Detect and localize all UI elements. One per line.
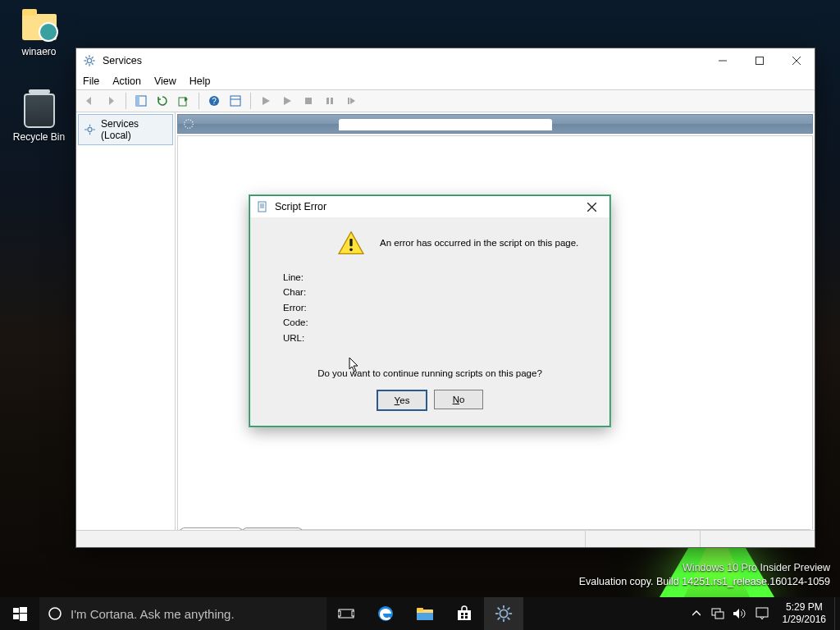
play-icon (261, 96, 271, 106)
dialog-message: An error has occurred in the script on t… (380, 238, 578, 248)
titlebar[interactable]: Services (76, 48, 815, 73)
yes-button[interactable]: Yes (377, 390, 427, 411)
back-button[interactable] (80, 91, 99, 111)
svg-rect-43 (339, 609, 354, 618)
taskbar-file-explorer[interactable] (405, 597, 445, 630)
help-icon: ? (208, 95, 220, 107)
folder-icon (21, 5, 58, 43)
svg-rect-41 (20, 614, 27, 621)
field-url: URL: (283, 331, 588, 345)
svg-rect-20 (305, 98, 312, 104)
tree-item-services-local[interactable]: Services (Local) (78, 114, 173, 145)
menu-action[interactable]: Action (112, 75, 141, 87)
start-service-alt-button[interactable] (277, 91, 297, 111)
svg-rect-22 (331, 98, 333, 104)
stop-service-button[interactable] (299, 91, 318, 111)
taskbar-clock[interactable]: 5:29 PM 1/29/2016 (774, 601, 834, 626)
dialog-close-button[interactable] (580, 198, 603, 216)
menu-view[interactable]: View (154, 75, 176, 87)
tree-item-label: Services (Local) (101, 118, 167, 141)
forward-button[interactable] (101, 91, 121, 111)
btn-label-rest: es (399, 395, 409, 405)
taskbar-store[interactable] (445, 597, 484, 630)
svg-rect-44 (338, 611, 340, 616)
window-title: Services (103, 55, 142, 66)
svg-line-63 (508, 608, 510, 610)
dialog-titlebar[interactable]: Script Error (250, 196, 609, 217)
svg-rect-65 (715, 612, 724, 619)
btn-label-rest: o (459, 395, 464, 404)
maximize-button[interactable] (741, 48, 778, 73)
svg-text:?: ? (212, 97, 217, 106)
clock-date: 1/29/2016 (783, 614, 826, 626)
tray-action-center[interactable] (750, 597, 774, 630)
restart-service-button[interactable] (341, 91, 361, 111)
edge-icon (377, 605, 395, 623)
export-icon (178, 95, 189, 107)
svg-rect-10 (756, 57, 763, 65)
svg-line-60 (498, 608, 500, 610)
menu-file[interactable]: File (83, 75, 99, 87)
svg-line-5 (85, 57, 87, 58)
export-list-button[interactable] (174, 91, 194, 111)
menu-help[interactable]: Help (189, 75, 211, 87)
svg-rect-40 (13, 614, 19, 619)
search-placeholder: I'm Cortana. Ask me anything. (71, 607, 235, 621)
desktop-icon-label: winaero (8, 46, 70, 57)
svg-line-61 (508, 618, 510, 620)
svg-point-42 (49, 608, 61, 619)
svg-point-37 (349, 249, 353, 252)
desktop-icon-recycle-bin[interactable]: Recycle Bin (8, 90, 70, 143)
taskbar: I'm Cortana. Ask me anything. 5:29 PM 1/… (0, 597, 840, 630)
clock-time: 5:29 PM (783, 601, 826, 614)
tray-overflow-button[interactable] (686, 597, 707, 630)
svg-line-7 (85, 63, 87, 65)
show-desktop-button[interactable] (834, 597, 840, 630)
taskbar-edge[interactable] (366, 597, 405, 630)
close-icon (792, 57, 801, 65)
show-hide-tree-button[interactable] (131, 91, 151, 111)
svg-rect-50 (458, 610, 471, 620)
no-button[interactable]: No (434, 390, 483, 409)
svg-line-8 (92, 57, 94, 58)
svg-line-62 (498, 618, 500, 620)
svg-rect-52 (465, 613, 468, 615)
refresh-button[interactable] (153, 91, 172, 111)
help-button[interactable]: ? (204, 91, 224, 111)
close-icon (587, 203, 596, 212)
properties-button[interactable] (226, 91, 245, 111)
arrow-right-icon (105, 95, 116, 107)
windows-watermark: Windows 10 Pro Insider Preview Evaluatio… (579, 561, 830, 589)
svg-rect-49 (417, 613, 433, 620)
panel-icon (135, 95, 147, 107)
desktop-icon-winaero[interactable]: winaero (8, 5, 70, 57)
tree-pane: Services (Local) (76, 112, 176, 547)
store-icon (456, 605, 472, 622)
taskbar-services-running[interactable] (484, 597, 523, 630)
maximize-icon (756, 57, 764, 65)
properties-icon (230, 95, 241, 107)
menubar: File Action View Help (76, 73, 815, 89)
gear-icon (183, 118, 194, 130)
windows-logo-icon (13, 607, 27, 621)
dialog-title: Script Error (275, 201, 326, 212)
gear-icon (83, 54, 96, 67)
pause-service-button[interactable] (320, 91, 340, 111)
tray-network[interactable] (707, 597, 728, 630)
start-button[interactable] (0, 597, 39, 630)
cortana-search[interactable]: I'm Cortana. Ask me anything. (39, 597, 326, 630)
minimize-button[interactable] (704, 48, 741, 73)
svg-rect-30 (258, 202, 266, 212)
gear-icon (84, 123, 96, 136)
volume-icon (733, 608, 746, 619)
svg-rect-39 (20, 607, 27, 613)
start-service-button[interactable] (256, 91, 276, 111)
minimize-icon (719, 57, 727, 65)
svg-point-29 (185, 120, 194, 129)
desktop-icon-label: Recycle Bin (8, 131, 70, 143)
task-view-icon (338, 607, 354, 620)
tray-volume[interactable] (728, 597, 750, 630)
task-view-button[interactable] (326, 597, 366, 630)
close-button[interactable] (778, 48, 815, 73)
field-char: Char: (283, 285, 588, 299)
